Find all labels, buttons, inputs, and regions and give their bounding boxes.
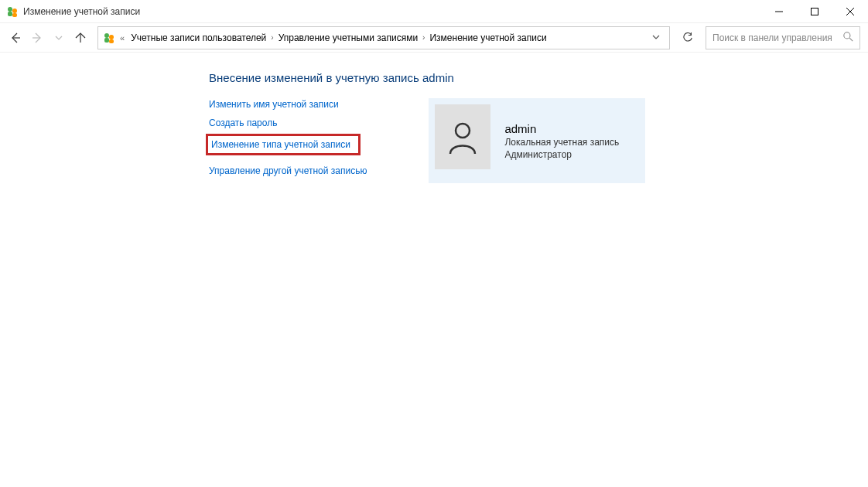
window-controls [761,0,868,22]
search-input[interactable] [713,32,839,43]
user-accounts-icon [103,32,115,44]
breadcrumb[interactable]: « Учетные записи пользователей › Управле… [97,26,670,49]
page-heading: Внесение изменений в учетную запись admi… [209,71,868,84]
breadcrumb-label: Управление учетными записями [279,32,418,43]
link-change-account-type[interactable]: Изменение типа учетной записи [206,134,361,155]
action-links: Изменить имя учетной записи Создать паро… [209,98,367,183]
svg-point-11 [104,33,109,38]
account-name: admin [504,122,619,135]
svg-point-1 [12,9,17,13]
chevron-right-icon: › [422,33,425,42]
account-info: admin Локальная учетная запись Администр… [504,104,619,177]
refresh-button[interactable] [675,26,701,49]
svg-rect-3 [12,13,17,17]
account-type: Локальная учетная запись [504,137,619,148]
account-role: Администратор [504,149,619,160]
up-button[interactable] [73,30,88,46]
svg-point-17 [456,124,470,138]
link-rename-account[interactable]: Изменить имя учетной записи [209,98,339,111]
back-button[interactable] [8,30,23,46]
svg-point-0 [8,7,12,12]
breadcrumb-prefix: « [118,33,126,43]
account-card: admin Локальная учетная запись Администр… [429,98,645,183]
titlebar: Изменение учетной записи [0,0,868,23]
navigation-row: « Учетные записи пользователей › Управле… [0,23,868,53]
breadcrumb-label: Учетные записи пользователей [131,32,266,43]
breadcrumb-item-1[interactable]: Управление учетными записями [277,32,419,43]
link-create-password[interactable]: Создать пароль [209,117,277,129]
address-dropdown[interactable] [648,32,665,43]
svg-rect-2 [8,12,12,16]
window-title: Изменение учетной записи [23,6,761,17]
search-box[interactable] [706,26,860,49]
breadcrumb-label: Изменение учетной записи [429,32,546,43]
link-manage-other-account[interactable]: Управление другой учетной записью [209,165,367,177]
maximize-button[interactable] [797,0,832,22]
svg-rect-13 [104,38,109,43]
svg-point-12 [109,35,114,39]
svg-rect-14 [109,39,114,43]
content-area: Внесение изменений в учетную запись admi… [0,53,868,183]
recent-dropdown[interactable] [51,30,67,46]
minimize-button[interactable] [761,0,797,22]
breadcrumb-item-2[interactable]: Изменение учетной записи [428,32,548,43]
user-accounts-icon [6,5,19,18]
breadcrumb-item-0[interactable]: Учетные записи пользователей [129,32,268,43]
svg-line-16 [849,38,853,41]
close-button[interactable] [832,0,868,22]
forward-button[interactable] [29,30,45,46]
svg-rect-5 [812,8,818,15]
chevron-right-icon: › [271,33,273,42]
avatar [435,104,490,169]
nav-arrows [8,30,93,46]
search-icon [843,32,853,44]
svg-point-15 [844,32,850,38]
